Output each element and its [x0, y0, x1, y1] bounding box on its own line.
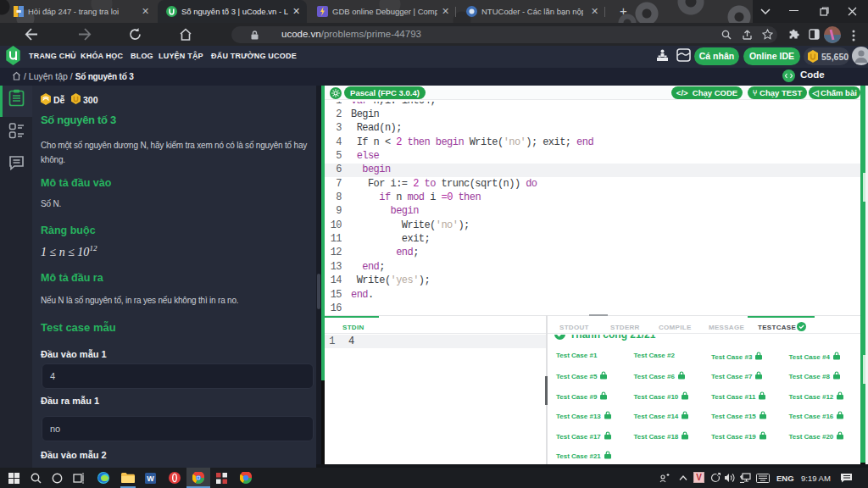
svg-text:W: W [147, 474, 154, 483]
